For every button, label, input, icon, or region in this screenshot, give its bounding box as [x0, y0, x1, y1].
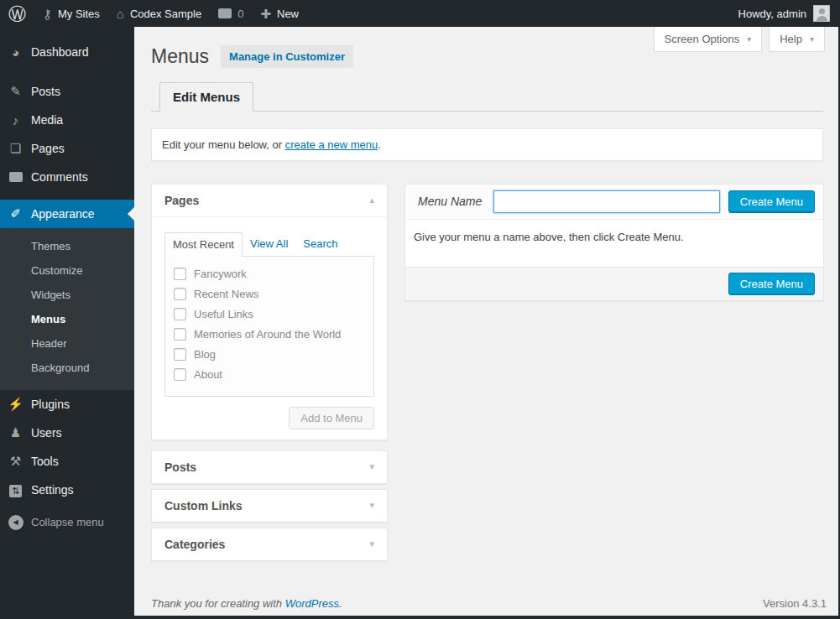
page-item[interactable]: Fancywork: [174, 264, 370, 284]
page-item[interactable]: Blog: [174, 345, 370, 365]
page-checkbox[interactable]: [174, 308, 186, 320]
sidebar-item-settings[interactable]: ⇅ Settings: [0, 476, 134, 504]
sidebar-item-comments[interactable]: Comments: [0, 163, 134, 191]
sidebar-item-appearance[interactable]: ✐ Appearance: [0, 200, 134, 228]
sidebar-item-label: Users: [31, 426, 62, 440]
wp-logo-menu[interactable]: Ⓦ: [0, 0, 34, 27]
submenu-item-widgets[interactable]: Widgets: [0, 283, 134, 307]
button-controls: Add to Menu: [164, 407, 374, 429]
page-item-label: Blog: [194, 348, 216, 361]
account-menu[interactable]: Howdy, admin: [728, 5, 840, 22]
settings-sliders-icon: ⇅: [0, 482, 31, 497]
categories-accordion-header[interactable]: Categories ▾: [152, 528, 387, 560]
tab-most-recent[interactable]: Most Recent: [164, 232, 243, 257]
screen-meta-links: Screen Options ▾ Help ▾: [654, 27, 825, 52]
comment-bubble-icon: [0, 170, 31, 185]
comments-shortcut[interactable]: 0: [210, 0, 252, 27]
page-item[interactable]: About: [174, 365, 370, 385]
new-content-menu[interactable]: ✚ New: [252, 0, 307, 27]
sidebar-item-posts[interactable]: ✎ Posts: [0, 77, 134, 106]
sidebar-item-label: Plugins: [31, 398, 70, 411]
sidebar-item-pages[interactable]: ❏ Pages: [0, 134, 134, 163]
submenu-item-customize[interactable]: Customize: [0, 258, 134, 283]
tab-search[interactable]: Search: [295, 232, 345, 256]
page-item-label: Useful Links: [194, 308, 253, 320]
chevron-down-icon: ▾: [369, 461, 374, 472]
collapse-menu-button[interactable]: ◀ Collapse menu: [0, 507, 134, 536]
page-item[interactable]: Useful Links: [174, 304, 370, 325]
pushpin-icon: ✎: [0, 84, 31, 99]
page-checkbox[interactable]: [174, 328, 186, 341]
my-sites-label: My Sites: [58, 8, 100, 20]
menu-panel-footer: Create Menu: [405, 267, 823, 300]
create-menu-button-footer[interactable]: Create Menu: [728, 273, 815, 295]
submenu-item-header[interactable]: Header: [0, 331, 134, 356]
user-avatar: [813, 5, 830, 22]
comment-count: 0: [237, 8, 243, 20]
tab-edit-menus[interactable]: Edit Menus: [159, 82, 253, 112]
content-area: Screen Options ▾ Help ▾ Menus Manage in …: [134, 27, 840, 619]
new-label: New: [277, 8, 299, 20]
page-item-label: Fancywork: [194, 268, 247, 280]
admin-footer: Thank you for creating with WordPress. V…: [151, 597, 827, 610]
custom-links-accordion-header[interactable]: Custom Links ▾: [152, 490, 387, 522]
wordpress-link[interactable]: WordPress: [285, 597, 339, 610]
sidebar-item-media[interactable]: ♪ Media: [0, 106, 134, 134]
page-checkbox[interactable]: [174, 348, 186, 361]
sidebar-item-label: Appearance: [31, 207, 95, 221]
manage-in-customizer-button[interactable]: Manage in Customizer: [221, 45, 353, 68]
help-button[interactable]: Help ▾: [769, 27, 825, 52]
page-checkbox[interactable]: [174, 268, 186, 280]
footer-thanks: Thank you for creating with WordPress.: [151, 597, 342, 610]
active-item-arrow: [128, 207, 134, 221]
create-menu-button[interactable]: Create Menu: [728, 190, 815, 213]
pages-stack-icon: ❏: [0, 141, 31, 156]
plus-icon: ✚: [260, 8, 271, 20]
add-to-menu-button[interactable]: Add to Menu: [289, 407, 374, 429]
page-item[interactable]: Recent News: [174, 284, 370, 304]
sidebar-item-label: Dashboard: [31, 45, 89, 59]
pages-accordion-header[interactable]: Pages ▴: [152, 185, 387, 216]
notice-text: Edit your menu below, or: [162, 138, 285, 151]
chevron-down-icon: ▾: [369, 538, 374, 549]
sidebar-item-dashboard[interactable]: ◕ Dashboard: [0, 38, 134, 66]
page-item[interactable]: Memories of Around the World: [174, 325, 370, 345]
menu-help-text: Give your menu a name above, then click …: [414, 231, 684, 243]
page-item-label: Recent News: [194, 288, 258, 300]
sidebar-item-label: Comments: [31, 170, 88, 184]
my-sites-menu[interactable]: ⚷ My Sites: [34, 0, 108, 27]
menu-management-column: Menu Name Create Menu Give your menu a n…: [404, 184, 824, 301]
pages-accordion-body: Most Recent View All Search Fancywork: [152, 216, 387, 440]
tab-view-all[interactable]: View All: [243, 232, 295, 256]
sidebar-item-tools[interactable]: ⚒ Tools: [0, 447, 134, 476]
submenu-item-background[interactable]: Background: [0, 356, 134, 380]
howdy-label: Howdy, admin: [738, 8, 806, 20]
page-item-label: Memories of Around the World: [194, 328, 341, 341]
collapse-up-icon: ▴: [369, 195, 374, 205]
sidebar-item-label: Pages: [31, 142, 65, 155]
sidebar-item-users[interactable]: ♟ Users: [0, 419, 134, 447]
screen-options-label: Screen Options: [665, 33, 740, 45]
posts-accordion-header[interactable]: Posts ▾: [152, 451, 387, 483]
network-key-icon: ⚷: [43, 8, 52, 20]
sidebar-separator: [0, 66, 134, 77]
posts-accordion: Posts ▾: [151, 450, 388, 484]
page-checkbox[interactable]: [174, 368, 186, 381]
submenu-item-themes[interactable]: Themes: [0, 234, 134, 258]
create-menu-panel: Menu Name Create Menu Give your menu a n…: [404, 184, 824, 301]
site-name-menu[interactable]: ⌂ Codex Sample: [108, 0, 210, 27]
version-label: Version 4.3.1: [763, 597, 827, 610]
page-title: Menus: [151, 45, 209, 69]
create-new-menu-link[interactable]: create a new menu: [285, 138, 378, 151]
footer-thanks-text: Thank you for creating with: [151, 597, 285, 610]
page-item-label: About: [194, 368, 222, 381]
chevron-down-icon: ▾: [369, 500, 374, 511]
comment-bubble-icon: [218, 8, 232, 18]
menu-name-input[interactable]: [493, 190, 720, 213]
sidebar-item-plugins[interactable]: ⚡ Plugins: [0, 390, 134, 419]
screen-options-button[interactable]: Screen Options ▾: [654, 27, 763, 52]
dashboard-icon: ◕: [0, 45, 31, 60]
page-checkbox[interactable]: [174, 288, 186, 300]
categories-accordion-title: Categories: [164, 538, 225, 551]
submenu-item-menus[interactable]: Menus: [0, 307, 134, 331]
